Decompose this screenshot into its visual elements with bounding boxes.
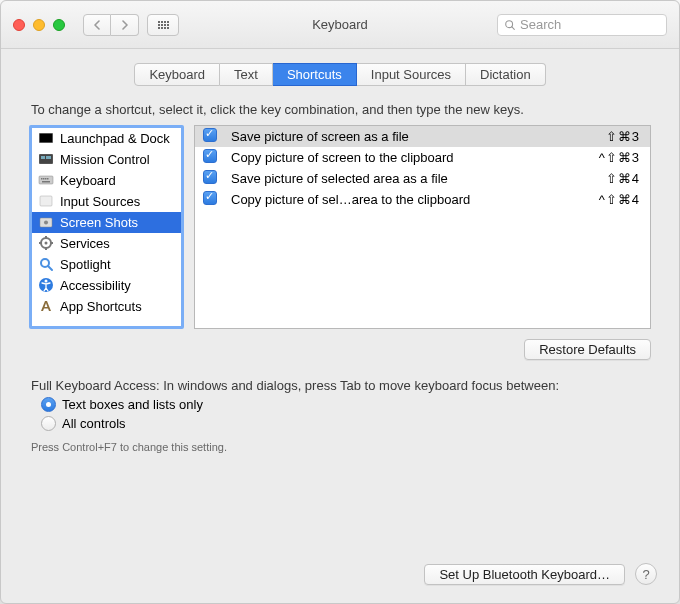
shortcut-row[interactable]: Save picture of screen as a file⇧⌘3 [195, 126, 650, 147]
kb-access-option[interactable]: Text boxes and lists only [1, 395, 679, 414]
sidebar-item-screen-shots[interactable]: Screen Shots [32, 212, 181, 233]
svg-line-24 [48, 266, 52, 270]
radio-label: All controls [62, 416, 126, 431]
svg-rect-10 [43, 178, 45, 180]
input-icon [38, 193, 54, 209]
bluetooth-keyboard-button[interactable]: Set Up Bluetooth Keyboard… [424, 564, 625, 585]
prefs-window: Keyboard Search KeyboardTextShortcutsInp… [0, 0, 680, 604]
chevron-left-icon [93, 20, 101, 30]
radio-label: Text boxes and lists only [62, 397, 203, 412]
sidebar-item-accessibility[interactable]: Accessibility [32, 275, 181, 296]
shortcut-list[interactable]: Save picture of screen as a file⇧⌘3Copy … [194, 125, 651, 329]
shortcut-checkbox[interactable] [203, 170, 219, 186]
shortcut-keys[interactable]: ^⇧⌘3 [599, 150, 640, 165]
tab-input-sources[interactable]: Input Sources [357, 63, 466, 86]
tab-shortcuts[interactable]: Shortcuts [273, 63, 357, 86]
search-input[interactable]: Search [497, 14, 667, 36]
f7-hint: Press Control+F7 to change this setting. [1, 433, 679, 461]
shortcut-checkbox[interactable] [203, 191, 219, 207]
shortcut-checkbox[interactable] [203, 149, 219, 165]
sidebar-item-label: Keyboard [60, 173, 116, 188]
svg-point-18 [45, 242, 48, 245]
full-keyboard-access-options: Text boxes and lists onlyAll controls [1, 395, 679, 433]
titlebar: Keyboard Search [1, 1, 679, 49]
tab-dictation[interactable]: Dictation [466, 63, 546, 86]
tab-keyboard[interactable]: Keyboard [134, 63, 220, 86]
category-list[interactable]: Launchpad & DockMission ControlKeyboardI… [29, 125, 184, 329]
svg-rect-12 [47, 178, 49, 180]
help-button[interactable]: ? [635, 563, 657, 585]
sidebar-item-label: Screen Shots [60, 215, 138, 230]
sidebar-item-app-shortcuts[interactable]: App Shortcuts [32, 296, 181, 317]
sidebar-item-label: Services [60, 236, 110, 251]
nav-buttons [83, 14, 139, 36]
svg-rect-6 [41, 156, 45, 159]
shortcut-label: Copy picture of sel…area to the clipboar… [231, 192, 599, 207]
svg-rect-7 [46, 156, 51, 159]
sidebar-item-spotlight[interactable]: Spotlight [32, 254, 181, 275]
svg-rect-13 [42, 181, 50, 183]
search-placeholder: Search [520, 17, 561, 32]
window-controls [13, 19, 65, 31]
sidebar-item-label: Accessibility [60, 278, 131, 293]
launchpad-icon [38, 130, 54, 146]
accessibility-icon [38, 277, 54, 293]
back-button[interactable] [83, 14, 111, 36]
shortcut-row[interactable]: Save picture of selected area as a file⇧… [195, 168, 650, 189]
sidebar-item-mission-control[interactable]: Mission Control [32, 149, 181, 170]
shortcut-checkbox[interactable] [203, 128, 219, 144]
sidebar-item-input-sources[interactable]: Input Sources [32, 191, 181, 212]
services-icon [38, 235, 54, 251]
svg-rect-11 [45, 178, 47, 180]
sidebar-item-services[interactable]: Services [32, 233, 181, 254]
zoom-icon[interactable] [53, 19, 65, 31]
sidebar-item-launchpad-dock[interactable]: Launchpad & Dock [32, 128, 181, 149]
sidebar-item-label: Spotlight [60, 257, 111, 272]
shortcut-label: Save picture of selected area as a file [231, 171, 606, 186]
shortcut-label: Save picture of screen as a file [231, 129, 606, 144]
show-all-button[interactable] [147, 14, 179, 36]
chevron-right-icon [121, 20, 129, 30]
tab-bar: KeyboardTextShortcutsInput SourcesDictat… [1, 49, 679, 92]
shortcut-row[interactable]: Copy picture of sel…area to the clipboar… [195, 189, 650, 210]
svg-line-1 [512, 26, 515, 29]
sidebar-item-label: App Shortcuts [60, 299, 142, 314]
svg-rect-3 [40, 134, 52, 142]
footer: Set Up Bluetooth Keyboard… ? [1, 549, 679, 603]
forward-button[interactable] [111, 14, 139, 36]
app-icon [38, 298, 54, 314]
shortcut-label: Copy picture of screen to the clipboard [231, 150, 599, 165]
svg-point-26 [45, 280, 48, 283]
tab-text[interactable]: Text [220, 63, 273, 86]
restore-defaults-button[interactable]: Restore Defaults [524, 339, 651, 360]
sidebar-item-label: Mission Control [60, 152, 150, 167]
close-icon[interactable] [13, 19, 25, 31]
svg-rect-14 [40, 196, 52, 206]
grid-icon [158, 21, 169, 29]
instruction-text: To change a shortcut, select it, click t… [1, 92, 679, 125]
screenshot-icon [38, 214, 54, 230]
sidebar-item-label: Launchpad & Dock [60, 131, 170, 146]
svg-rect-8 [39, 176, 53, 184]
shortcut-keys[interactable]: ^⇧⌘4 [599, 192, 640, 207]
svg-point-16 [44, 221, 48, 225]
keyboard-icon [38, 172, 54, 188]
content-split: Launchpad & DockMission ControlKeyboardI… [1, 125, 679, 329]
shortcut-row[interactable]: Copy picture of screen to the clipboard^… [195, 147, 650, 168]
radio-icon[interactable] [41, 416, 56, 431]
shortcut-keys[interactable]: ⇧⌘4 [606, 171, 640, 186]
radio-icon[interactable] [41, 397, 56, 412]
svg-rect-9 [41, 178, 43, 180]
sidebar-item-label: Input Sources [60, 194, 140, 209]
search-icon [504, 19, 516, 31]
mission-icon [38, 151, 54, 167]
window-title: Keyboard [312, 17, 368, 32]
kb-access-option[interactable]: All controls [1, 414, 679, 433]
full-keyboard-access-label: Full Keyboard Access: In windows and dia… [1, 360, 679, 395]
shortcut-keys[interactable]: ⇧⌘3 [606, 129, 640, 144]
sidebar-item-keyboard[interactable]: Keyboard [32, 170, 181, 191]
minimize-icon[interactable] [33, 19, 45, 31]
spotlight-icon [38, 256, 54, 272]
